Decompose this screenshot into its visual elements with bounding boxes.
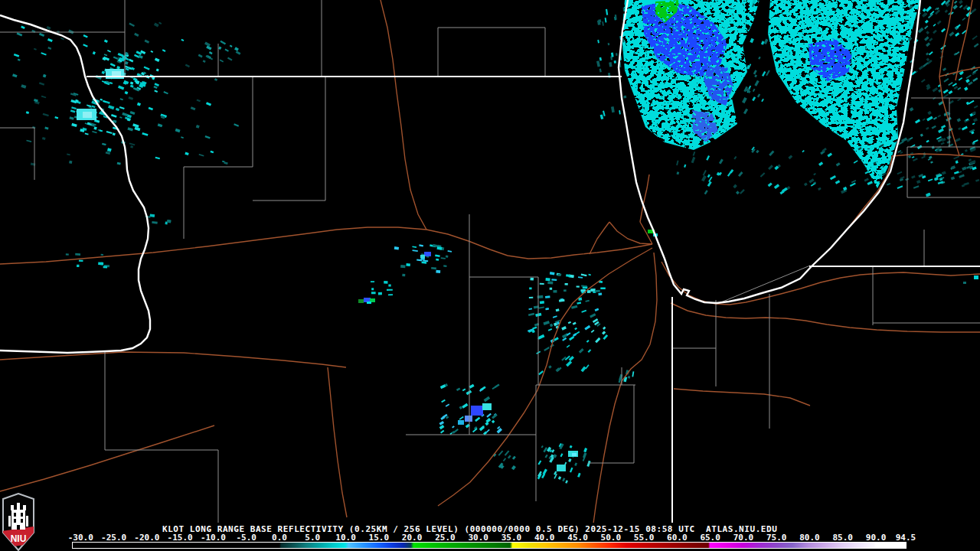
niu-logo-text: NIU (11, 533, 27, 544)
radar-map (0, 0, 980, 523)
radar-legend: KLOT LONG RANGE BASE REFLECTIVITY (0.25K… (0, 523, 980, 551)
colorbar (72, 542, 906, 549)
niu-logo: NIU (2, 493, 35, 551)
radar-map-svg (0, 0, 980, 523)
colorbar-tick-row: -30.0-25.0-20.0-15.0-10.0-5.00.05.010.01… (0, 533, 980, 541)
